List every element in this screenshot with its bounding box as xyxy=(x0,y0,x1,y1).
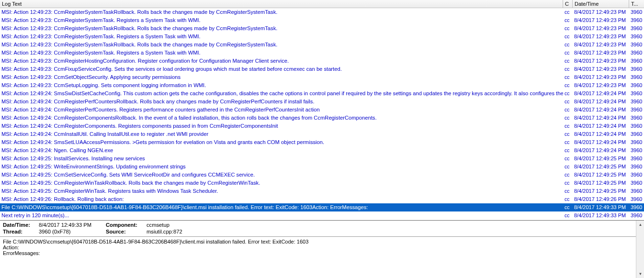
cell-component: cc xyxy=(563,33,573,41)
table-row[interactable]: MSI: Action 12:49:24: CcmRegisterCompone… xyxy=(0,114,644,122)
table-row[interactable]: MSI: Action 12:49:24: SmsSwDistSetCacheC… xyxy=(0,89,644,98)
value-datetime: 8/4/2017 12:49:33 PM xyxy=(39,222,106,228)
cell-datetime: 8/4/2017 12:49:23 PM xyxy=(573,73,629,81)
table-row[interactable]: MSI: Action 12:49:25: CcmSetServiceConfi… xyxy=(0,171,644,179)
table-row[interactable]: Next retry in 120 minute(s)...cc8/4/2017… xyxy=(0,211,644,220)
col-header-component[interactable]: C xyxy=(563,0,573,8)
cell-component: cc xyxy=(563,122,573,130)
table-row[interactable]: MSI: Action 12:49:23: CcmSetObjectSecuri… xyxy=(0,73,644,81)
col-header-thread[interactable]: T... xyxy=(629,0,644,8)
cell-datetime: 8/4/2017 12:49:33 PM xyxy=(573,211,629,220)
col-header-log[interactable]: Log Text xyxy=(0,0,563,8)
cell-log: MSI: Action 12:49:24: CcmRegisterPerfCou… xyxy=(0,106,563,114)
table-row[interactable]: MSI: Action 12:49:24: CcmRegisterPerfCou… xyxy=(0,106,644,114)
table-row[interactable]: MSI: Action 12:49:23: CcmRegisterSystemT… xyxy=(0,33,644,41)
cell-component: cc xyxy=(563,41,573,49)
cell-datetime: 8/4/2017 12:49:23 PM xyxy=(573,81,629,89)
cell-datetime: 8/4/2017 12:49:26 PM xyxy=(573,195,629,203)
col-header-datetime[interactable]: Date/Time xyxy=(573,0,629,8)
cell-thread: 3960 xyxy=(629,130,644,138)
cell-thread: 3960 xyxy=(629,187,644,195)
cell-component: cc xyxy=(563,98,573,106)
scroll-up-icon[interactable]: ▲ xyxy=(636,221,644,229)
cell-log: MSI: Action 12:49:23: CcmSetupLogging. S… xyxy=(0,81,563,89)
table-row[interactable]: MSI: Action 12:49:23: CcmRegisterSystemT… xyxy=(0,41,644,49)
scrollbar[interactable]: ▲ ▼ xyxy=(636,221,644,278)
cell-log: MSI: Action 12:49:25: InstallServices. I… xyxy=(0,155,563,163)
table-row[interactable]: MSI: Action 12:49:23: CcmRegisterSystemT… xyxy=(0,24,644,33)
cell-datetime: 8/4/2017 12:49:23 PM xyxy=(573,33,629,41)
cell-thread: 3960 xyxy=(629,155,644,163)
cell-thread: 3960 xyxy=(629,203,644,211)
cell-log: MSI: Action 12:49:23: CcmSetObjectSecuri… xyxy=(0,73,563,81)
log-grid[interactable]: Log Text C Date/Time T... MSI: Action 12… xyxy=(0,0,644,221)
cell-thread: 3960 xyxy=(629,98,644,106)
cell-log: MSI: Action 12:49:23: CcmRegisterSystemT… xyxy=(0,24,563,33)
table-row[interactable]: MSI: Action 12:49:23: CcmRegisterSystemT… xyxy=(0,8,644,16)
cell-component: cc xyxy=(563,65,573,73)
cell-component: cc xyxy=(563,155,573,163)
cell-component: cc xyxy=(563,195,573,203)
table-row[interactable]: MSI: Action 12:49:24: CcmRegisterCompone… xyxy=(0,122,644,130)
cell-datetime: 8/4/2017 12:49:23 PM xyxy=(573,65,629,73)
table-row[interactable]: MSI: Action 12:49:25: InstallServices. I… xyxy=(0,155,644,163)
table-row[interactable]: MSI: Action 12:49:23: CcmFixupServiceCon… xyxy=(0,65,644,73)
table-row[interactable]: MSI: Action 12:49:25: WriteEnvironmentSt… xyxy=(0,163,644,171)
table-row[interactable]: File C:\WINDOWS\ccmsetup\{6047018B-D518-… xyxy=(0,203,644,211)
cell-thread: 3960 xyxy=(629,33,644,41)
value-thread: 3960 (0xF78) xyxy=(39,229,106,234)
cell-log: MSI: Action 12:49:24: SmsSwDistSetCacheC… xyxy=(0,89,563,98)
cell-log: MSI: Action 12:49:24: SmsSetLUAAccessPer… xyxy=(0,138,563,146)
cell-log: File C:\WINDOWS\ccmsetup\{6047018B-D518-… xyxy=(0,203,563,211)
cell-datetime: 8/4/2017 12:49:24 PM xyxy=(573,106,629,114)
table-row[interactable]: MSI: Action 12:49:23: CcmRegisterSystemT… xyxy=(0,16,644,24)
cell-datetime: 8/4/2017 12:49:33 PM xyxy=(573,203,629,211)
detail-body[interactable]: File C:\WINDOWS\ccmsetup\{6047018B-D518-… xyxy=(0,237,644,258)
cell-log: MSI: Action 12:49:24: Ngen. Calling NGEN… xyxy=(0,146,563,155)
table-row[interactable]: MSI: Action 12:49:23: CcmRegisterHosting… xyxy=(0,57,644,65)
grid-header: Log Text C Date/Time T... xyxy=(0,0,644,8)
cell-thread: 3960 xyxy=(629,106,644,114)
table-row[interactable]: MSI: Action 12:49:24: Ngen. Calling NGEN… xyxy=(0,146,644,155)
cell-component: cc xyxy=(563,8,573,16)
table-row[interactable]: MSI: Action 12:49:25: CcmRegisterWinTask… xyxy=(0,187,644,195)
cell-log: MSI: Action 12:49:26: Rollback. Rolling … xyxy=(0,195,563,203)
table-row[interactable]: MSI: Action 12:49:24: CcmInstallUtil. Ca… xyxy=(0,130,644,138)
label-source: Source: xyxy=(106,229,147,234)
cell-thread: 3960 xyxy=(629,73,644,81)
cell-component: cc xyxy=(563,57,573,65)
cell-component: cc xyxy=(563,171,573,179)
grid-body[interactable]: MSI: Action 12:49:23: CcmRegisterSystemT… xyxy=(0,8,644,220)
cell-component: cc xyxy=(563,73,573,81)
label-datetime: Date/Time: xyxy=(3,222,39,228)
cell-component: cc xyxy=(563,49,573,57)
table-row[interactable]: MSI: Action 12:49:23: CcmRegisterSystemT… xyxy=(0,49,644,57)
cell-log: Next retry in 120 minute(s)... xyxy=(0,211,563,220)
cell-datetime: 8/4/2017 12:49:23 PM xyxy=(573,57,629,65)
cell-log: MSI: Action 12:49:23: CcmRegisterSystemT… xyxy=(0,41,563,49)
table-row[interactable]: MSI: Action 12:49:24: CcmRegisterPerfCou… xyxy=(0,98,644,106)
cell-thread: 3960 xyxy=(629,89,644,98)
table-row[interactable]: MSI: Action 12:49:26: Rollback. Rolling … xyxy=(0,195,644,203)
cell-log: MSI: Action 12:49:24: CcmInstallUtil. Ca… xyxy=(0,130,563,138)
cell-thread: 3960 xyxy=(629,114,644,122)
cell-thread: 3960 xyxy=(629,138,644,146)
scroll-down-icon[interactable]: ▼ xyxy=(636,270,644,278)
cell-component: cc xyxy=(563,138,573,146)
cell-component: cc xyxy=(563,187,573,195)
cell-datetime: 8/4/2017 12:49:25 PM xyxy=(573,155,629,163)
cell-log: MSI: Action 12:49:23: CcmFixupServiceCon… xyxy=(0,65,563,73)
cell-thread: 3960 xyxy=(629,171,644,179)
cell-thread: 3960 xyxy=(629,41,644,49)
cell-datetime: 8/4/2017 12:49:23 PM xyxy=(573,49,629,57)
cell-datetime: 8/4/2017 12:49:23 PM xyxy=(573,16,629,24)
cell-thread: 3960 xyxy=(629,57,644,65)
cell-thread: 3960 xyxy=(629,24,644,33)
cell-datetime: 8/4/2017 12:49:24 PM xyxy=(573,146,629,155)
cell-thread: 3960 xyxy=(629,49,644,57)
table-row[interactable]: MSI: Action 12:49:25: CcmRegisterWinTask… xyxy=(0,179,644,187)
cell-thread: 3960 xyxy=(629,65,644,73)
cell-component: cc xyxy=(563,211,573,220)
table-row[interactable]: MSI: Action 12:49:24: SmsSetLUAAccessPer… xyxy=(0,138,644,146)
table-row[interactable]: MSI: Action 12:49:23: CcmSetupLogging. S… xyxy=(0,81,644,89)
